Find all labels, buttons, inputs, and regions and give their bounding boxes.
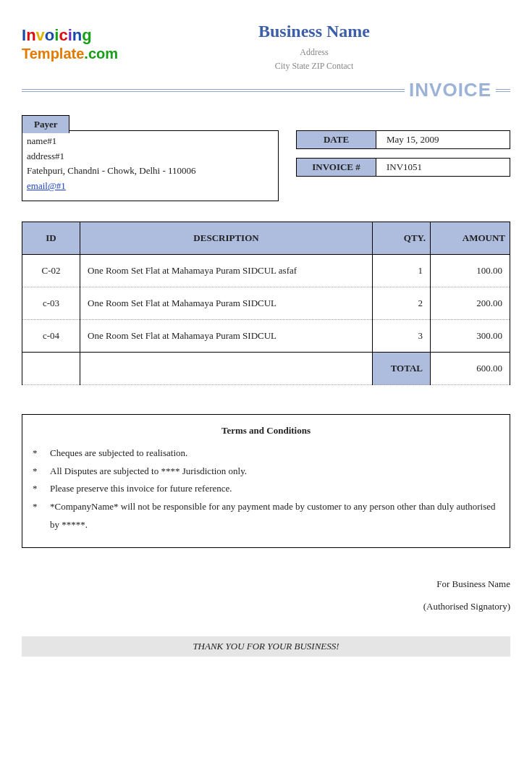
footer-bar: THANK YOU FOR YOUR BUSINESS! xyxy=(22,636,510,657)
terms-line: * *CompanyName* will not be responsible … xyxy=(33,498,499,534)
col-desc: DESCRIPTION xyxy=(80,222,373,255)
table-row: c-04 One Room Set Flat at Mahamaya Puram… xyxy=(22,320,510,353)
col-id: ID xyxy=(22,222,80,255)
payer-box: Payer name#1 address#1 Fatehpuri, Chandn… xyxy=(22,130,279,201)
total-value: 600.00 xyxy=(431,353,510,385)
cell-qty: 1 xyxy=(373,255,431,287)
cell-desc: One Room Set Flat at Mahamaya Puram SIDC… xyxy=(80,287,373,320)
cell-id: c-04 xyxy=(22,320,80,353)
payer-addr: address#1 xyxy=(27,149,274,164)
payer-email[interactable]: email@#1 xyxy=(27,180,66,191)
terms-text: All Disputes are subjected to **** Juris… xyxy=(50,463,247,481)
terms-bullet: * xyxy=(33,463,50,481)
info-row: Payer name#1 address#1 Fatehpuri, Chandn… xyxy=(22,130,510,201)
invoice-title: INVOICE xyxy=(405,79,496,101)
meta-date-label: DATE xyxy=(297,131,376,148)
meta-inv-value: INV1051 xyxy=(376,159,510,176)
terms-title: Terms and Conditions xyxy=(33,422,499,440)
cell-amt: 300.00 xyxy=(431,320,510,353)
divider-right xyxy=(496,89,510,92)
header: Invoicing Template.com Business Name Add… xyxy=(22,22,510,73)
items-table: ID DESCRIPTION QTY. AMOUNT C-02 One Room… xyxy=(22,222,510,385)
table-row: c-03 One Room Set Flat at Mahamaya Puram… xyxy=(22,287,510,320)
terms-line: * Cheques are subjected to realisation. xyxy=(33,444,499,463)
col-amt: AMOUNT xyxy=(431,222,510,255)
cell-desc: One Room Set Flat at Mahamaya Puram SIDC… xyxy=(80,320,373,353)
meta-date-row: DATE May 15, 2009 xyxy=(296,130,510,149)
logo-line2: Template.com xyxy=(22,46,118,62)
terms-bullet: * xyxy=(33,498,50,534)
meta-inv-row: INVOICE # INV1051 xyxy=(296,158,510,177)
logo-dotcom: .com xyxy=(84,46,118,62)
logo-line1: Invoicing xyxy=(22,26,118,44)
meta-inv-label: INVOICE # xyxy=(297,159,376,176)
meta-boxes: DATE May 15, 2009 INVOICE # INV1051 xyxy=(296,130,510,185)
terms-bullet: * xyxy=(33,444,50,463)
business-block: Business Name Address City State ZIP Con… xyxy=(118,22,510,73)
total-row: TOTAL 600.00 xyxy=(22,353,510,385)
logo: Invoicing Template.com xyxy=(22,22,118,62)
payer-city: Fatehpuri, Chandni - Chowk, Delhi - 1100… xyxy=(27,164,274,178)
terms-line: * Please preserve this invoice for futur… xyxy=(33,480,499,498)
business-address: Address xyxy=(118,46,510,59)
total-label: TOTAL xyxy=(373,353,431,385)
signature-block: For Business Name (Authorised Signatory) xyxy=(22,573,510,617)
signature-for: For Business Name xyxy=(22,573,510,595)
payer-name: name#1 xyxy=(27,134,274,148)
divider-left xyxy=(22,89,405,92)
cell-id: C-02 xyxy=(22,255,80,287)
logo-template: Template xyxy=(22,46,84,62)
cell-id: c-03 xyxy=(22,287,80,320)
business-name: Business Name xyxy=(118,22,510,41)
terms-text: *CompanyName* will not be responsible fo… xyxy=(50,498,499,534)
payer-body: name#1 address#1 Fatehpuri, Chandni - Ch… xyxy=(22,131,278,201)
terms-box: Terms and Conditions * Cheques are subje… xyxy=(22,414,510,547)
terms-bullet: * xyxy=(33,480,50,498)
items-header-row: ID DESCRIPTION QTY. AMOUNT xyxy=(22,222,510,255)
signature-role: (Authorised Signatory) xyxy=(22,595,510,617)
cell-desc: One Room Set Flat at Mahamaya Puram SIDC… xyxy=(80,255,373,287)
meta-date-value: May 15, 2009 xyxy=(376,131,510,148)
col-qty: QTY. xyxy=(373,222,431,255)
terms-text: Cheques are subjected to realisation. xyxy=(50,444,187,463)
table-row: C-02 One Room Set Flat at Mahamaya Puram… xyxy=(22,255,510,287)
terms-line: * All Disputes are subjected to **** Jur… xyxy=(33,463,499,481)
divider: INVOICE xyxy=(22,79,510,101)
cell-amt: 100.00 xyxy=(431,255,510,287)
cell-amt: 200.00 xyxy=(431,287,510,320)
payer-tab: Payer xyxy=(22,115,69,133)
cell-qty: 3 xyxy=(373,320,431,353)
terms-text: Please preserve this invoice for future … xyxy=(50,480,232,498)
business-city-line: City State ZIP Contact xyxy=(118,59,510,73)
cell-qty: 2 xyxy=(373,287,431,320)
